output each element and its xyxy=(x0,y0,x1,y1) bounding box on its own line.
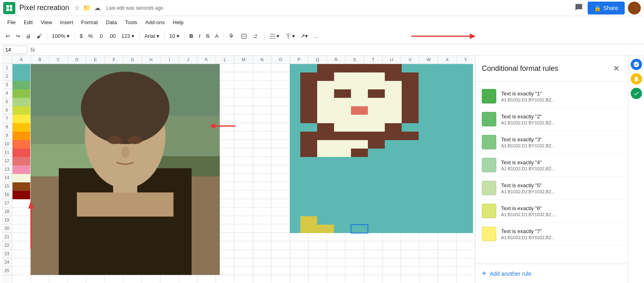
undo-button[interactable]: ↩ xyxy=(3,31,12,41)
svg-rect-154 xyxy=(300,81,317,89)
zoom-button[interactable]: 100% ▾ xyxy=(50,31,72,41)
rule-item-3[interactable]: Text is exactly "3" A1:B1032,D1:BY1032,B… xyxy=(475,131,628,154)
svg-rect-120 xyxy=(12,149,30,157)
rule-range-5: A1:B1032,D1:BY1032,BZ... xyxy=(501,189,621,194)
rule-item-1[interactable]: Text is exactly "1" A1:B1032,D1:BY1032,B… xyxy=(475,85,628,108)
align-h-button[interactable]: ▾ xyxy=(267,31,282,41)
svg-text:Y: Y xyxy=(464,57,467,62)
rule-item-4[interactable]: Text is exactly "4" A1:B1032,D1:BY1032,B… xyxy=(475,154,628,177)
add-icon: + xyxy=(482,269,487,278)
svg-rect-186 xyxy=(368,115,385,123)
rule-text-1: Text is exactly "1" xyxy=(501,91,621,97)
svg-rect-169 xyxy=(317,98,334,106)
svg-rect-111 xyxy=(12,72,30,81)
rule-color-1 xyxy=(482,89,496,103)
decimal-increase-button[interactable]: .00 xyxy=(106,31,118,41)
font-button[interactable]: Arial ▾ xyxy=(142,31,162,41)
svg-text:2: 2 xyxy=(6,74,8,78)
more-button[interactable]: ... xyxy=(311,31,320,41)
share-button[interactable]: 🔒 Share xyxy=(588,2,625,14)
decimal-decrease-button[interactable]: .0 xyxy=(96,31,105,41)
percent-button[interactable]: % xyxy=(86,31,95,41)
spreadsheet-svg: 1 2 3 4 5 6 7 8 9 10 11 12 13 14 15 16 1… xyxy=(0,56,475,283)
svg-rect-164 xyxy=(351,89,368,98)
svg-text:D: D xyxy=(75,57,78,62)
cloud-icon[interactable]: ☁ xyxy=(94,4,101,12)
rule-info-7: Text is exactly "7" A1:B1032,D1:BY1032,B… xyxy=(501,228,621,240)
menu-addons[interactable]: Add-ons xyxy=(141,18,169,27)
titlebar: Pixel recreation ☆ 📁 ☁ Last edit was sec… xyxy=(0,0,644,16)
svg-rect-195 xyxy=(300,140,317,149)
svg-point-138 xyxy=(121,147,129,158)
folder-icon[interactable]: 📁 xyxy=(83,4,91,12)
formula-input[interactable] xyxy=(38,47,641,53)
svg-text:P: P xyxy=(297,57,300,62)
svg-rect-202 xyxy=(334,149,351,157)
rule-color-6 xyxy=(482,204,496,218)
svg-text:13: 13 xyxy=(4,167,9,171)
rule-info-6: Text is exactly "6" A1:B1032,D1:BY1032,B… xyxy=(501,205,621,217)
font-size-button[interactable]: 10 ▾ xyxy=(167,31,182,41)
menu-edit[interactable]: Edit xyxy=(20,18,37,27)
svg-text:X: X xyxy=(446,57,449,62)
menu-format[interactable]: Format xyxy=(77,18,102,27)
svg-rect-144 xyxy=(351,64,368,72)
svg-text:22: 22 xyxy=(4,243,9,248)
text-rotate-button[interactable]: ↗▾ xyxy=(298,31,310,41)
italic-button[interactable]: I xyxy=(196,31,203,41)
rule-item-7[interactable]: Text is exactly "7" A1:B1032,D1:BY1032,B… xyxy=(475,223,628,246)
rule-text-5: Text is exactly "5" xyxy=(501,182,621,188)
rule-item-2[interactable]: Text is exactly "2" A1:B1032,D1:BY1032,B… xyxy=(475,108,628,131)
svg-text:5: 5 xyxy=(6,99,8,104)
svg-rect-148 xyxy=(317,72,334,81)
sidebar-explore-icon[interactable] xyxy=(631,59,642,70)
svg-text:Q: Q xyxy=(316,57,320,62)
sidebar-check-icon[interactable] xyxy=(631,88,642,99)
align-v-button[interactable]: ▾ xyxy=(283,31,297,41)
cell-reference-input[interactable]: 14 xyxy=(3,45,27,54)
svg-rect-155 xyxy=(317,81,334,89)
svg-rect-115 xyxy=(12,106,30,115)
svg-text:12: 12 xyxy=(4,158,9,163)
format-painter-button[interactable]: 🖌 xyxy=(34,31,44,41)
text-color-button[interactable]: A xyxy=(213,31,221,41)
svg-text:24: 24 xyxy=(4,260,9,264)
merge-button[interactable] xyxy=(250,31,262,41)
menu-help[interactable]: Help xyxy=(169,18,188,27)
rule-item-6[interactable]: Text is exactly "6" A1:B1032,D1:BY1032,B… xyxy=(475,200,628,223)
svg-text:E: E xyxy=(94,57,97,62)
sheet-area[interactable]: 1 2 3 4 5 6 7 8 9 10 11 12 13 14 15 16 1… xyxy=(0,56,475,283)
svg-text:L: L xyxy=(224,57,226,62)
menu-file[interactable]: File xyxy=(3,18,20,27)
bold-button[interactable]: B xyxy=(187,31,196,41)
strikethrough-button[interactable]: S xyxy=(204,31,212,41)
rule-range-6: A1:B1032,D1:BY1032,BZ... xyxy=(501,212,621,217)
svg-rect-192 xyxy=(368,123,385,132)
menu-view[interactable]: View xyxy=(37,18,56,27)
svg-text:H: H xyxy=(149,57,153,62)
star-icon[interactable]: ☆ xyxy=(74,4,80,12)
conditional-format-panel: Conditional format rules ✕ Text is exact… xyxy=(475,56,628,283)
more-formats-button[interactable]: 123 ▾ xyxy=(119,31,137,41)
panel-close-button[interactable]: ✕ xyxy=(611,62,621,75)
comment-button[interactable] xyxy=(573,2,584,14)
rule-text-3: Text is exactly "3" xyxy=(501,136,621,143)
rule-item-5[interactable]: Text is exactly "5" A1:B1032,D1:BY1032,B… xyxy=(475,177,628,200)
add-rule-button[interactable]: + Add another rule xyxy=(475,264,628,283)
separator xyxy=(184,32,185,40)
svg-text:14: 14 xyxy=(4,175,9,180)
sidebar-notifications-icon[interactable] xyxy=(631,73,642,85)
lock-icon: 🔒 xyxy=(594,5,601,11)
menu-data[interactable]: Data xyxy=(102,18,121,27)
menu-tools[interactable]: Tools xyxy=(121,18,141,27)
svg-text:4: 4 xyxy=(6,91,8,95)
svg-text:N: N xyxy=(260,57,264,62)
fill-color-button[interactable] xyxy=(226,31,237,41)
redo-button[interactable]: ↪ xyxy=(13,31,23,41)
print-button[interactable]: 🖨 xyxy=(23,31,33,41)
svg-text:21: 21 xyxy=(4,234,9,239)
borders-button[interactable] xyxy=(238,31,250,41)
svg-text:W: W xyxy=(427,57,431,62)
currency-button[interactable]: $ xyxy=(77,31,85,41)
menu-insert[interactable]: Insert xyxy=(56,18,77,27)
